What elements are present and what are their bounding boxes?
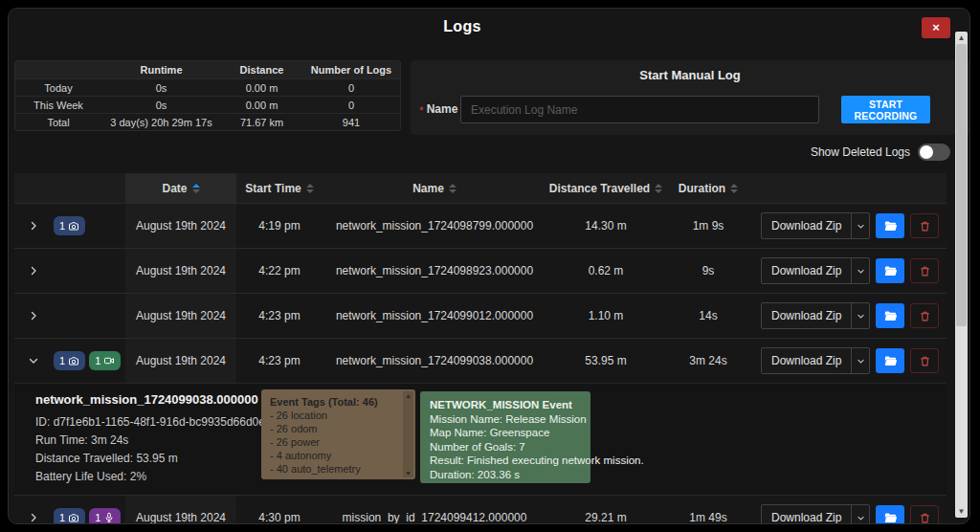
- event-tag-item: - 26 odom: [270, 422, 398, 435]
- sort-icon: [449, 184, 457, 193]
- scroll-down-arrow-icon[interactable]: ▼: [955, 507, 968, 516]
- column-label: Date: [162, 182, 187, 195]
- stats-distance: 0.00 m: [221, 78, 302, 96]
- collapse-row-button[interactable]: [14, 339, 49, 383]
- stats-row-total: Total 3 day(s) 20h 29m 17s 71.67 km 941: [15, 113, 400, 130]
- download-zip-label: Download Zip: [762, 213, 851, 238]
- cell-start-time: 4:19 pm: [236, 204, 323, 248]
- modal-scrollbar[interactable]: ▲ ▼: [955, 32, 968, 518]
- open-folder-button[interactable]: [876, 303, 904, 328]
- column-label: Distance Travelled: [549, 182, 650, 195]
- header-actions-spacer: [751, 173, 947, 203]
- scrollbar-thumb[interactable]: [956, 44, 967, 326]
- delete-log-button[interactable]: [910, 303, 939, 328]
- media-badges: [49, 249, 125, 293]
- folder-icon: [883, 354, 898, 368]
- badge-count: 1: [59, 220, 65, 232]
- logs-dialog-screen: Logs × Runtime Distance Number of Logs T…: [0, 0, 980, 532]
- expand-row-button[interactable]: [14, 249, 49, 293]
- start-recording-button[interactable]: START RECORDING: [841, 96, 930, 123]
- mission-event-line: Mission Name: Release Mission: [430, 412, 581, 427]
- download-options-caret[interactable]: [851, 258, 869, 283]
- download-zip-button[interactable]: Download Zip: [761, 302, 870, 329]
- trash-icon: [919, 355, 931, 367]
- folder-icon: [883, 264, 898, 278]
- chevron-right-icon: [28, 220, 39, 232]
- badge-count: 1: [59, 355, 65, 366]
- expand-row-button[interactable]: [14, 294, 49, 338]
- download-options-caret[interactable]: [851, 303, 869, 328]
- stats-header-row: Runtime Distance Number of Logs: [15, 61, 400, 78]
- detail-id-line: ID: d7f1e6b1-1165-48f1-916d-bc9935d66d0e: [35, 413, 283, 432]
- stats-header-distance: Distance: [221, 61, 302, 78]
- delete-log-button[interactable]: [910, 505, 939, 524]
- download-options-caret[interactable]: [851, 505, 869, 524]
- cell-date: August 19th 2024: [125, 249, 236, 293]
- download-zip-button[interactable]: Download Zip: [761, 347, 870, 374]
- show-deleted-toggle[interactable]: [918, 144, 950, 161]
- open-folder-button[interactable]: [876, 213, 904, 238]
- expand-row-button[interactable]: [14, 204, 49, 248]
- delete-log-button[interactable]: [910, 348, 939, 373]
- badge-count: 1: [59, 512, 65, 523]
- media-badges: 1: [49, 204, 125, 248]
- expand-row-button[interactable]: [14, 496, 49, 524]
- cell-name: network_mission_1724098799.000000: [323, 204, 546, 248]
- sort-icon: [306, 184, 314, 193]
- cell-start-time: 4:23 pm: [236, 339, 323, 383]
- logs-modal: Logs × Runtime Distance Number of Logs T…: [8, 8, 970, 524]
- log-name-input[interactable]: [460, 96, 819, 123]
- column-header-duration[interactable]: Duration: [665, 173, 751, 203]
- camera-icon: [68, 512, 79, 523]
- cell-duration: 1m 9s: [665, 204, 751, 248]
- open-folder-button[interactable]: [876, 258, 904, 283]
- camera-icon: [68, 355, 79, 366]
- camera-badge: 1: [54, 216, 85, 235]
- scroll-up-arrow-icon[interactable]: ▲: [955, 33, 968, 42]
- row-actions: Download Zip: [751, 249, 947, 293]
- download-zip-label: Download Zip: [762, 258, 851, 283]
- cell-name: network_mission_1724098923.000000: [323, 249, 546, 293]
- sort-icon: [730, 184, 738, 193]
- mission-event-box: NETWORK_MISSION Event Mission Name: Rele…: [420, 391, 590, 483]
- start-manual-log-panel: Start Manual Log * Name : START RECORDIN…: [411, 60, 969, 135]
- chevron-down-icon: [857, 222, 865, 231]
- cell-date: August 19th 2024: [125, 339, 236, 383]
- column-label: Name: [412, 182, 444, 195]
- media-badges: 1 1: [49, 496, 125, 524]
- table-row: August 19th 2024 4:22 pm network_mission…: [14, 248, 947, 293]
- download-options-caret[interactable]: [851, 213, 869, 238]
- column-header-date[interactable]: Date: [125, 173, 236, 203]
- open-folder-button[interactable]: [876, 505, 904, 524]
- required-marker: *: [419, 104, 424, 118]
- cell-duration: 1m 49s: [665, 496, 751, 524]
- download-zip-button[interactable]: Download Zip: [761, 504, 870, 524]
- sort-icon: [192, 184, 200, 193]
- folder-icon: [883, 511, 898, 525]
- manual-log-title: Start Manual Log: [411, 68, 969, 82]
- download-zip-button[interactable]: Download Zip: [761, 257, 870, 284]
- column-header-distance[interactable]: Distance Travelled: [546, 173, 665, 203]
- scroll-up-arrow-icon[interactable]: ▲: [403, 392, 413, 399]
- badge-count: 1: [95, 355, 100, 366]
- event-tags-scrollbar[interactable]: ▲ ▼: [403, 391, 413, 477]
- trash-icon: [919, 310, 931, 322]
- media-badges: [49, 294, 125, 338]
- column-header-name[interactable]: Name: [323, 173, 546, 203]
- mission-event-line: Number of Goals: 7: [430, 440, 581, 454]
- delete-log-button[interactable]: [910, 258, 939, 283]
- chevron-down-icon: [857, 514, 865, 522]
- download-options-caret[interactable]: [851, 348, 869, 373]
- cell-name: network_mission_1724099012.000000: [323, 294, 546, 338]
- scroll-down-arrow-icon[interactable]: ▼: [403, 470, 413, 477]
- close-button[interactable]: ×: [922, 17, 950, 38]
- open-folder-button[interactable]: [876, 348, 904, 373]
- cell-name: mission_by_id_1724099412.000000: [323, 496, 546, 524]
- delete-log-button[interactable]: [910, 213, 939, 238]
- stats-row-today: Today 0s 0.00 m 0: [15, 78, 400, 96]
- table-row: 1 August 19th 2024 4:19 pm network_missi…: [14, 203, 947, 248]
- download-zip-button[interactable]: Download Zip: [761, 212, 870, 239]
- column-header-start-time[interactable]: Start Time: [236, 173, 323, 203]
- name-label-text: Name: [427, 102, 458, 116]
- table-row-expanded: 1 1 August 19th 2024 4:23 pm network_mis…: [14, 338, 947, 383]
